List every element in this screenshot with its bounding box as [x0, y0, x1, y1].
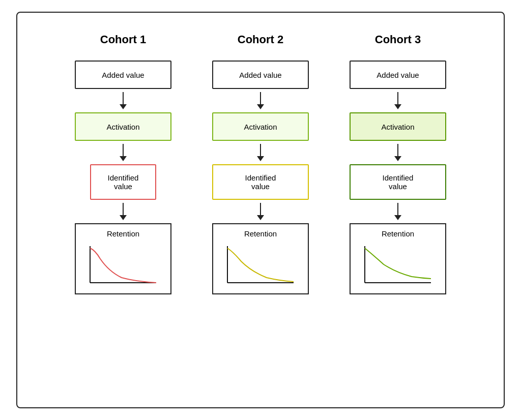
cohort-3-arrow-3 [394, 203, 401, 220]
cohort-2-arrow-2 [257, 144, 264, 161]
cohort-3-added-value-box: Added value [350, 61, 446, 89]
cohort-3-arrow-2 [394, 144, 401, 161]
cohort-3-arrow-1 [394, 92, 401, 109]
cohort-1-arrow-1 [120, 92, 127, 109]
cohort-1-activation-box: Activation [75, 112, 171, 141]
cohort-columns: Cohort 1 Added value Activation Identifi… [33, 33, 488, 294]
cohort-3-retention-chart [356, 241, 435, 289]
cohort-1-activation-label: Activation [106, 123, 139, 131]
cohort-2-retention-chart [218, 241, 297, 289]
cohort-1-added-value-box: Added value [75, 61, 171, 89]
cohort-1-arrow-3 [120, 203, 127, 220]
cohort-1-retention-label: Retention [81, 229, 165, 238]
cohort-2-column: Cohort 2 Added value Activation Identifi… [205, 33, 316, 294]
cohort-3-activation-box: Activation [350, 112, 446, 141]
cohort-3-activation-label: Activation [381, 123, 414, 131]
cohort-3-retention-box: Retention [350, 223, 446, 294]
cohort-2-arrow-1 [257, 92, 264, 109]
cohort-1-retention-box: Retention [75, 223, 171, 294]
cohort-3-added-value-label: Added value [377, 71, 419, 79]
cohort-3-identified-value-box: Identified value [350, 164, 446, 200]
cohort-2-activation-label: Activation [244, 123, 277, 131]
cohort-1-title: Cohort 1 [100, 33, 146, 46]
cohort-2-arrow-3 [257, 203, 264, 220]
cohort-2-retention-box: Retention [212, 223, 309, 294]
main-container: Cohort 1 Added value Activation Identifi… [16, 12, 505, 408]
cohort-1-arrow-2 [120, 144, 127, 161]
cohort-2-activation-box: Activation [212, 112, 309, 141]
cohort-1-identified-value-label: Identified value [108, 173, 139, 191]
cohort-1-retention-chart [81, 241, 160, 289]
cohort-1-added-value-label: Added value [102, 71, 144, 79]
cohort-2-added-value-label: Added value [239, 71, 281, 79]
cohort-1-identified-value-box: Identified value [90, 164, 156, 200]
cohort-3-retention-label: Retention [356, 229, 440, 238]
cohort-3-title: Cohort 3 [375, 33, 421, 46]
cohort-2-identified-value-label: Identified value [245, 173, 276, 191]
cohort-2-retention-label: Retention [218, 229, 303, 238]
cohort-2-added-value-box: Added value [212, 61, 309, 89]
cohort-2-identified-value-box: Identified value [212, 164, 309, 200]
cohort-3-identified-value-label: Identified value [383, 173, 414, 191]
cohort-3-column: Cohort 3 Added value Activation Identifi… [342, 33, 454, 294]
cohort-2-title: Cohort 2 [238, 33, 283, 46]
cohort-1-column: Cohort 1 Added value Activation Identifi… [67, 33, 179, 294]
